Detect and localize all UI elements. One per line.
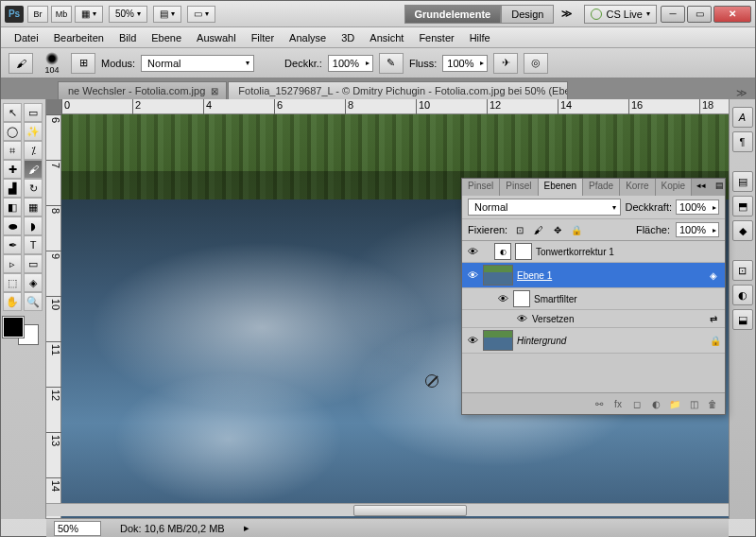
filter-edit-icon[interactable]: ⇄ xyxy=(710,314,721,324)
cs-live-button[interactable]: CS Live xyxy=(584,5,657,24)
tab-nav-icon[interactable]: ≫ xyxy=(736,87,747,99)
delete-layer-icon[interactable]: 🗑 xyxy=(704,396,721,411)
doc-tab-2[interactable]: Fotolia_15279687_L - © Dmitry Pichugin -… xyxy=(228,81,568,99)
menu-bild[interactable]: Bild xyxy=(112,29,144,46)
tab-korrekturen[interactable]: Korre xyxy=(620,179,655,196)
panel-menu-icon[interactable]: ▤ xyxy=(711,179,729,196)
type-tool[interactable]: T xyxy=(24,235,43,254)
layer-mask-icon[interactable]: ◻ xyxy=(628,396,645,411)
tab-kopie[interactable]: Kopie xyxy=(656,179,693,196)
flow-input[interactable]: 100% xyxy=(442,55,488,72)
opacity-pressure-icon[interactable]: ✎ xyxy=(379,53,404,74)
status-zoom-input[interactable]: 50% xyxy=(54,521,101,536)
lock-all-icon[interactable]: 🔒 xyxy=(570,223,583,236)
tab-pfade[interactable]: Pfade xyxy=(583,179,620,196)
workspace-more[interactable]: ≫ xyxy=(554,5,580,23)
tablet-pressure-icon[interactable]: ◎ xyxy=(524,53,548,74)
new-layer-icon[interactable]: ◫ xyxy=(685,396,702,411)
layer-fill-input[interactable]: 100% xyxy=(676,222,719,237)
path-select-tool[interactable]: ▹ xyxy=(3,254,22,273)
crop-tool[interactable]: ⌗ xyxy=(3,141,22,160)
mb-button[interactable]: Mb xyxy=(51,6,72,23)
group-icon[interactable]: 📁 xyxy=(666,396,683,411)
layer-versetzen[interactable]: 👁 Versetzen ⇄ xyxy=(462,310,725,328)
workspace-grundelemente[interactable]: Grundelemente xyxy=(404,5,502,24)
visibility-icon[interactable]: 👁 xyxy=(466,334,479,347)
tab-pinsel2[interactable]: Pinsel xyxy=(500,179,538,196)
color-panel-icon[interactable]: ◆ xyxy=(732,220,753,241)
layer-hintergrund[interactable]: 👁 Hintergrund 🔒 xyxy=(462,328,725,354)
shape-tool[interactable]: ▭ xyxy=(24,254,43,273)
adjustments-panel-icon[interactable]: ◐ xyxy=(732,285,753,305)
stamp-tool[interactable]: ▟ xyxy=(3,179,22,198)
menu-auswahl[interactable]: Auswahl xyxy=(189,29,244,46)
airbrush-icon[interactable]: ✈ xyxy=(493,53,518,74)
maximize-button[interactable]: ▭ xyxy=(687,6,712,23)
close-button[interactable]: ✕ xyxy=(713,6,751,23)
brush-preview[interactable]: 104 xyxy=(39,52,65,75)
move-tool[interactable]: ↖ xyxy=(3,103,22,122)
ruler-vertical[interactable]: 67891011121314 xyxy=(46,114,61,519)
layout-dropdown[interactable]: ▦ xyxy=(75,6,103,23)
layer-ebene1[interactable]: 👁 Ebene 1 ◈ xyxy=(462,263,725,288)
ruler-horizontal[interactable]: 024681012141618 xyxy=(61,99,729,114)
layer-blend-mode[interactable]: Normal xyxy=(468,199,621,216)
brush-tool[interactable]: 🖌 xyxy=(24,160,43,179)
3d-camera-tool[interactable]: ◈ xyxy=(24,273,43,292)
wand-tool[interactable]: ✨ xyxy=(24,122,43,141)
menu-filter[interactable]: Filter xyxy=(244,29,282,46)
adjustment-layer-icon[interactable]: ◐ xyxy=(647,396,664,411)
screen-mode-dropdown[interactable]: ▭ xyxy=(187,6,215,23)
opacity-input[interactable]: 100% xyxy=(328,55,373,72)
tab-pinsel[interactable]: Pinsel xyxy=(462,179,500,196)
foreground-color[interactable] xyxy=(3,317,24,338)
horizontal-scrollbar[interactable] xyxy=(46,503,729,516)
bridge-button[interactable]: Br xyxy=(27,6,48,23)
tab-close-icon[interactable]: ⊠ xyxy=(211,86,218,96)
tool-preset-icon[interactable]: 🖌 xyxy=(9,53,33,74)
visibility-icon[interactable]: 👁 xyxy=(515,312,528,325)
panel-collapse-icon[interactable]: ◂◂ xyxy=(692,179,711,196)
visibility-icon[interactable]: 👁 xyxy=(466,245,479,258)
menu-ansicht[interactable]: Ansicht xyxy=(362,29,411,46)
gradient-tool[interactable]: ▦ xyxy=(24,198,43,217)
blur-tool[interactable]: ⬬ xyxy=(3,217,22,235)
lock-image-icon[interactable]: 🖌 xyxy=(532,223,545,236)
layer-tonwertkorrektur[interactable]: 👁 ◐ Tonwertkorrektur 1 xyxy=(462,241,725,263)
color-swatch[interactable] xyxy=(3,317,39,345)
menu-hilfe[interactable]: Hilfe xyxy=(462,29,498,46)
layer-opacity-input[interactable]: 100% xyxy=(676,199,719,215)
zoom-dropdown[interactable]: 50% xyxy=(109,6,147,23)
dodge-tool[interactable]: ◗ xyxy=(24,217,43,235)
lock-position-icon[interactable]: ✥ xyxy=(551,223,564,236)
lasso-tool[interactable]: ◯ xyxy=(3,122,22,141)
marquee-tool[interactable]: ▭ xyxy=(24,103,43,122)
layer-smartfilter[interactable]: 👁 Smartfilter xyxy=(462,288,725,310)
layer-style-icon[interactable]: fx xyxy=(610,396,627,411)
menu-datei[interactable]: Datei xyxy=(7,29,46,46)
tab-ebenen[interactable]: Ebenen xyxy=(539,179,583,196)
history-brush-tool[interactable]: ↻ xyxy=(24,179,43,198)
eyedropper-tool[interactable]: ⁒ xyxy=(24,141,43,160)
visibility-icon[interactable]: 👁 xyxy=(496,292,509,305)
3d-tool[interactable]: ⬚ xyxy=(3,273,22,292)
navigator-panel-icon[interactable]: ⊡ xyxy=(732,260,753,281)
zoom-tool[interactable]: 🔍 xyxy=(24,292,43,311)
link-layers-icon[interactable]: ⚯ xyxy=(591,396,608,411)
eraser-tool[interactable]: ◧ xyxy=(3,198,22,217)
hand-tool[interactable]: ✋ xyxy=(3,292,22,311)
swatches-panel-icon[interactable]: ▤ xyxy=(732,171,753,192)
visibility-icon[interactable]: 👁 xyxy=(466,268,479,282)
blend-mode-select[interactable]: Normal xyxy=(141,55,254,72)
status-more-icon[interactable]: ▸ xyxy=(244,522,249,534)
menu-analyse[interactable]: Analyse xyxy=(282,29,334,46)
scroll-thumb[interactable] xyxy=(353,505,467,516)
masks-panel-icon[interactable]: ⬓ xyxy=(732,309,753,330)
menu-3d[interactable]: 3D xyxy=(334,29,362,46)
minimize-button[interactable]: ─ xyxy=(661,6,685,23)
arrange-dropdown[interactable]: ▤ xyxy=(153,6,181,23)
paragraph-panel-icon[interactable]: ¶ xyxy=(732,131,753,152)
menu-bearbeiten[interactable]: Bearbeiten xyxy=(46,29,112,46)
styles-panel-icon[interactable]: ⬒ xyxy=(732,196,753,217)
menu-fenster[interactable]: Fenster xyxy=(411,29,461,46)
